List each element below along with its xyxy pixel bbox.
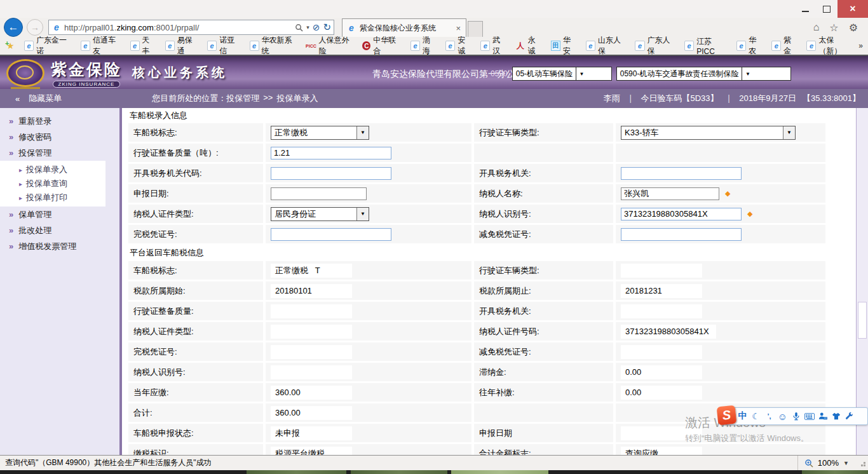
dropdown-select[interactable]: K33-轿车▼ xyxy=(621,126,796,140)
field-label-cell: 车船税标志: xyxy=(128,123,263,142)
settings-wrench-icon[interactable] xyxy=(843,412,856,421)
text-input[interactable] xyxy=(621,208,742,220)
text-input[interactable] xyxy=(271,167,391,180)
emoji-icon[interactable]: ☺ xyxy=(776,411,789,422)
restore-button[interactable] xyxy=(816,0,837,18)
favorite-item[interactable]: e天丰 xyxy=(126,37,161,55)
block-icon[interactable]: ⊘ xyxy=(313,22,320,32)
favorite-item[interactable]: e易保通 xyxy=(161,37,203,55)
sidebar-item-0[interactable]: »重新登录 xyxy=(0,113,119,129)
text-input[interactable] xyxy=(621,167,742,180)
settings-gear-icon[interactable]: ⚙ xyxy=(849,22,858,34)
vertical-scrollbar[interactable] xyxy=(856,108,868,455)
favorite-item[interactable]: e安诚 xyxy=(441,37,476,55)
forward-button[interactable]: → xyxy=(27,19,43,36)
favorite-label: 太保（新） xyxy=(818,35,854,57)
zh-favicon: C xyxy=(362,41,370,50)
favorite-item[interactable]: e信通车友 xyxy=(76,37,126,55)
taskbar-thumbnail[interactable] xyxy=(247,470,346,474)
hide-menu-link[interactable]: 隐藏菜单 xyxy=(29,93,62,104)
browser-tab[interactable]: e 紫金保险核心业务系统 × xyxy=(342,18,466,37)
favorite-item[interactable]: e武汉 xyxy=(476,37,511,55)
insurance-class-select[interactable]: 05-机动车辆保险 ▼ xyxy=(512,67,612,81)
chinese-mode-icon[interactable]: 中 xyxy=(736,410,749,422)
sogou-logo-icon[interactable]: S xyxy=(717,405,737,425)
field-label-cell: 纳税人证件类型: xyxy=(128,205,263,223)
triangle-right-icon: ▸ xyxy=(19,180,22,187)
address-bar[interactable]: e http://prpall01.zking.com:8001/prpall/… xyxy=(48,20,334,35)
text-input[interactable] xyxy=(271,228,391,241)
punctuation-icon[interactable]: ’, xyxy=(763,412,776,420)
favorite-item[interactable]: e广东人保 xyxy=(630,37,680,55)
zoom-level[interactable]: 100% xyxy=(818,458,839,468)
text-input[interactable] xyxy=(271,147,391,159)
favorite-item[interactable]: 人永诚 xyxy=(512,37,546,55)
favorite-item[interactable]: e江苏PICC xyxy=(680,37,732,55)
sidebar-item-6[interactable]: »保单管理 xyxy=(0,207,119,222)
text-input[interactable] xyxy=(621,187,719,200)
favorite-item[interactable]: e渤海 xyxy=(406,37,441,55)
ime-icons: 中☾’,☺22 xyxy=(736,410,856,422)
favorite-item[interactable]: e太保（新） xyxy=(802,37,858,55)
ie-favicon: e xyxy=(635,41,644,51)
zoom-dropdown-icon[interactable]: ▼ xyxy=(843,460,849,466)
sidebar-item-sub-5[interactable]: ▸投保单打印 xyxy=(0,191,105,205)
field-label: 完税凭证号: xyxy=(133,229,177,240)
back-button[interactable]: ← xyxy=(4,18,23,37)
favorites-bar: ★ e广东金一诺e信通车友e天丰e易保通e诺亚信e华农新系统PICC人保意外险C… xyxy=(0,37,868,56)
sidebar-item-sub-3[interactable]: ▸投保单录入 xyxy=(0,163,105,177)
search-dropdown-icon[interactable]: ▾ xyxy=(306,24,309,30)
taskbar-thumbnail[interactable] xyxy=(451,470,548,474)
favorite-item[interactable]: e广东金一诺 xyxy=(20,37,76,55)
refresh-icon[interactable]: ↻ xyxy=(323,22,331,33)
sidebar-item-8[interactable]: »增值税发票管理 xyxy=(0,238,119,254)
dropdown-select[interactable]: 居民身份证▼ xyxy=(271,207,369,221)
dropdown-select[interactable]: 正常缴税▼ xyxy=(271,126,369,140)
search-icon[interactable] xyxy=(295,24,303,32)
favorite-item[interactable]: C中华联合 xyxy=(358,37,406,55)
resize-grip[interactable] xyxy=(861,464,863,466)
favorite-item[interactable]: e华农新系统 xyxy=(245,37,302,55)
product-code: 0590 xyxy=(491,69,508,78)
microphone-icon[interactable] xyxy=(789,412,803,421)
tab-close-icon[interactable]: × xyxy=(454,24,462,33)
user-card-icon[interactable]: 22 xyxy=(816,412,829,421)
insurance-product-select[interactable]: 0590-机动车交通事故责任强制保险 ▼ xyxy=(616,67,791,81)
sidebar-item-2[interactable]: »投保管理 xyxy=(0,145,119,161)
scrollbar-thumb[interactable] xyxy=(858,302,867,339)
favorite-item[interactable]: 田华安 xyxy=(546,37,581,55)
chevron-down-icon: ▼ xyxy=(576,67,587,80)
taskbar-thumbnail[interactable] xyxy=(802,470,868,474)
favorites-star-icon[interactable]: ☆ xyxy=(829,22,838,34)
readonly-value: 20180101 xyxy=(271,284,352,298)
favorite-item[interactable]: e华农 xyxy=(732,37,767,55)
favorite-item[interactable]: PICC人保意外险 xyxy=(301,37,358,55)
sidebar-item-sub-4[interactable]: ▸投保单查询 xyxy=(0,177,105,191)
chevron-down-glyph: ▼ xyxy=(360,211,365,217)
url-text[interactable]: http://prpall01.zking.com:8001/prpall/ xyxy=(64,23,295,32)
favorites-overflow-icon[interactable]: » xyxy=(858,41,863,50)
text-input[interactable] xyxy=(271,187,367,200)
taskbar-thumbnail[interactable] xyxy=(351,470,447,474)
form-row: 缴税标识:税源平台缴税合计金额标志:查询应缴 xyxy=(122,444,834,455)
double-chevron-icon: » xyxy=(9,148,13,158)
add-favorite-icon[interactable]: ★ xyxy=(6,41,17,51)
readonly-value: 0.00 xyxy=(621,386,702,400)
text-input[interactable] xyxy=(621,228,742,241)
moon-icon[interactable]: ☾ xyxy=(749,411,763,421)
windows-taskbar[interactable] xyxy=(0,470,868,474)
sidebar-item-1[interactable]: »修改密码 xyxy=(0,129,119,145)
favorite-item[interactable]: e山东人保 xyxy=(581,37,631,55)
keyboard-icon[interactable] xyxy=(803,413,816,420)
field-label: 缴税标识: xyxy=(133,448,169,456)
zoom-magnifier-icon[interactable] xyxy=(804,459,813,468)
sidebar-item-7[interactable]: »批改处理 xyxy=(0,222,119,238)
skin-icon[interactable] xyxy=(829,412,843,420)
close-button[interactable]: × xyxy=(837,0,868,18)
field-label: 行驶证整备质量（吨）: xyxy=(133,147,219,159)
minimize-button[interactable] xyxy=(794,0,816,18)
collapse-menu-icon[interactable]: « xyxy=(15,94,20,104)
favorite-item[interactable]: e诺亚信 xyxy=(203,37,245,55)
favorite-item[interactable]: e紫金 xyxy=(767,37,802,55)
home-icon[interactable]: ⌂ xyxy=(813,22,820,34)
